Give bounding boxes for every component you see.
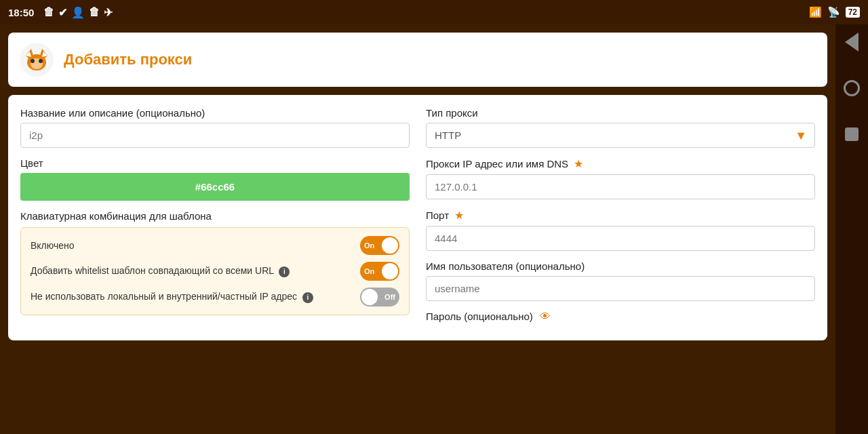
status-time: 18:50	[8, 7, 34, 18]
send-icon[interactable]: ✈	[104, 6, 113, 19]
nav-home-button[interactable]	[842, 79, 861, 98]
toggle3-off-text: Off	[384, 293, 395, 301]
proxy-ip-required-star: ★	[574, 158, 583, 170]
proxy-ip-input[interactable]	[426, 174, 815, 199]
form-grid: Название или описание (опционально) Цвет…	[20, 107, 815, 332]
name-input[interactable]	[20, 123, 410, 148]
signal-icon: 📶	[809, 6, 822, 18]
wifi-icon: 📡	[827, 6, 840, 18]
color-group: Цвет #66cc66	[20, 157, 410, 201]
trash-icon[interactable]: 🗑	[43, 6, 54, 18]
status-bar: 18:50 🗑 ✔ 👤 🗑 ✈ 📶 📡 72	[0, 0, 868, 24]
proxy-type-select-wrapper: HTTP HTTPS SOCKS4 SOCKS5 ▼	[426, 123, 815, 148]
shortcut-box: Включено On Добавить whitelist шаблон со…	[20, 227, 410, 315]
port-input[interactable]	[426, 226, 815, 251]
color-button[interactable]: #66cc66	[20, 173, 410, 201]
toggle2-info-icon[interactable]: i	[279, 267, 290, 277]
name-label: Название или описание (опционально)	[20, 107, 410, 119]
name-group: Название или описание (опционально)	[20, 107, 410, 148]
recents-square-icon	[845, 127, 859, 141]
proxy-ip-group: Прокси IP адрес или имя DNS ★	[426, 157, 815, 199]
app-header: Добавить прокси	[8, 33, 827, 87]
password-label: Пароль (опционально) 👁	[426, 311, 815, 323]
battery-indicator: 72	[846, 7, 860, 18]
toggle1-on-text: On	[364, 241, 374, 250]
toggle2-knob	[382, 263, 398, 279]
port-label: Порт ★	[426, 209, 815, 222]
proxy-ip-label: Прокси IP адрес или имя DNS ★	[426, 157, 815, 170]
delete-icon[interactable]: 🗑	[89, 6, 100, 18]
nav-back-button[interactable]	[842, 33, 861, 52]
port-group: Порт ★	[426, 209, 815, 251]
shortcut-label: Клавиатурная комбинация для шаблона	[20, 210, 410, 222]
password-group: Пароль (опционально) 👁	[426, 311, 815, 323]
back-triangle-icon	[845, 33, 859, 52]
toggle-row-2: Добавить whitelist шаблон совпадающий со…	[31, 262, 399, 281]
app-title: Добавить прокси	[64, 51, 192, 68]
toggle3-switch[interactable]: Off	[360, 288, 399, 307]
proxy-type-group: Тип прокси HTTP HTTPS SOCKS4 SOCKS5 ▼	[426, 107, 815, 148]
app-logo	[19, 42, 54, 77]
toggle1-label: Включено	[31, 240, 360, 251]
check-icon[interactable]: ✔	[58, 6, 67, 19]
toggle3-info-icon[interactable]: i	[302, 292, 313, 303]
svg-point-6	[39, 59, 43, 63]
toggle2-on-text: On	[364, 267, 374, 275]
home-circle-icon	[844, 80, 860, 96]
nav-recents-button[interactable]	[842, 125, 861, 144]
toggle1-knob	[382, 237, 398, 254]
svg-point-5	[31, 59, 35, 63]
person-icon[interactable]: 👤	[71, 6, 85, 19]
right-nav	[835, 24, 868, 434]
toggle-row-1: Включено On	[31, 236, 399, 255]
port-required-star: ★	[454, 210, 464, 221]
color-label: Цвет	[20, 157, 410, 169]
shortcut-group: Клавиатурная комбинация для шаблона Вклю…	[20, 210, 410, 315]
toggle-row-3: Не использовать локальный и внутренний/ч…	[31, 288, 399, 307]
toggle1-switch[interactable]: On	[360, 236, 399, 255]
username-group: Имя пользователя (опционально)	[426, 260, 815, 301]
password-eye-icon[interactable]: 👁	[540, 311, 551, 322]
username-input[interactable]	[426, 276, 815, 301]
right-column: Тип прокси HTTP HTTPS SOCKS4 SOCKS5 ▼	[426, 107, 815, 332]
toggle2-label: Добавить whitelist шаблон совпадающий со…	[31, 265, 360, 277]
toggle3-label: Не использовать локальный и внутренний/ч…	[31, 291, 360, 303]
proxy-type-select[interactable]: HTTP HTTPS SOCKS4 SOCKS5	[426, 123, 815, 148]
left-column: Название или описание (опционально) Цвет…	[20, 107, 410, 332]
toggle2-switch[interactable]: On	[360, 262, 399, 281]
main-container: Добавить прокси Название или описание (о…	[0, 24, 868, 434]
status-right: 📶 📡 72	[809, 6, 860, 18]
status-icons: 🗑 ✔ 👤 🗑 ✈	[43, 6, 113, 19]
form-card: Название или описание (опционально) Цвет…	[8, 95, 827, 340]
proxy-type-label: Тип прокси	[426, 107, 815, 119]
content-panel: Добавить прокси Название или описание (о…	[0, 24, 835, 434]
username-label: Имя пользователя (опционально)	[426, 260, 815, 272]
toggle3-knob	[361, 289, 378, 305]
